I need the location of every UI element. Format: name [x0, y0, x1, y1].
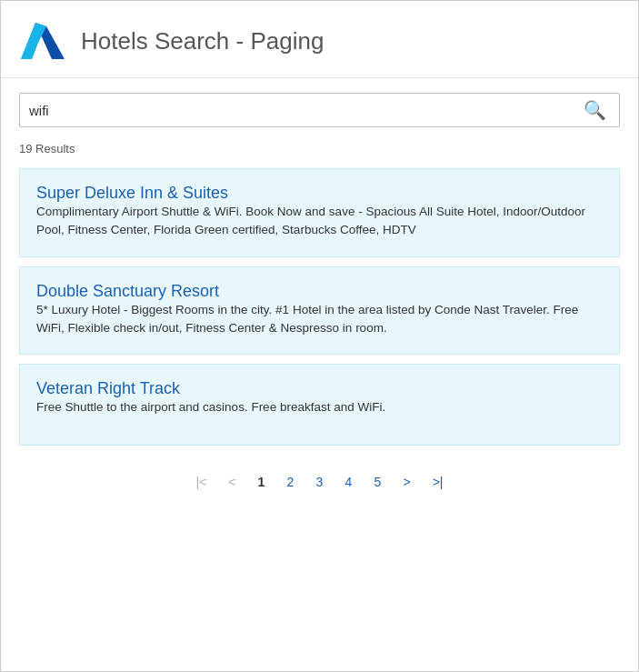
- page-title: Hotels Search - Paging: [81, 27, 324, 55]
- results-count: 19 Results: [1, 135, 638, 159]
- svg-marker-2: [21, 23, 46, 59]
- next-page-button[interactable]: >: [396, 471, 418, 493]
- result-title[interactable]: Double Sanctuary Resort: [36, 282, 219, 300]
- search-box: 🔍: [19, 93, 620, 127]
- search-input[interactable]: [29, 103, 580, 118]
- result-title[interactable]: Veteran Right Track: [36, 379, 180, 397]
- result-card: Double Sanctuary Resort 5* Luxury Hotel …: [19, 266, 620, 356]
- page-3-button[interactable]: 3: [309, 471, 331, 493]
- result-card: Super Deluxe Inn & Suites Complimentary …: [19, 168, 620, 257]
- prev-page-button[interactable]: <: [221, 471, 243, 493]
- app-header: Hotels Search - Paging: [1, 1, 638, 78]
- search-button[interactable]: 🔍: [580, 99, 610, 121]
- result-title[interactable]: Super Deluxe Inn & Suites: [36, 184, 228, 202]
- result-description: 5* Luxury Hotel - Biggest Rooms in the c…: [36, 301, 603, 338]
- page-5-button[interactable]: 5: [367, 471, 389, 493]
- page-4-button[interactable]: 4: [338, 471, 360, 493]
- page-2-button[interactable]: 2: [280, 471, 302, 493]
- results-list: Super Deluxe Inn & Suites Complimentary …: [1, 168, 638, 446]
- last-page-button[interactable]: >|: [425, 471, 451, 493]
- azure-logo-icon: [19, 17, 66, 65]
- page-1-button[interactable]: 1: [251, 471, 273, 493]
- first-page-button[interactable]: |<: [189, 471, 215, 493]
- result-description: Free Shuttle to the airport and casinos.…: [36, 398, 603, 416]
- search-area: 🔍: [1, 78, 638, 135]
- result-description: Complimentary Airport Shuttle & WiFi. Bo…: [36, 203, 603, 240]
- result-card: Veteran Right Track Free Shuttle to the …: [19, 364, 620, 446]
- pagination: |< < 1 2 3 4 5 > >|: [1, 455, 638, 509]
